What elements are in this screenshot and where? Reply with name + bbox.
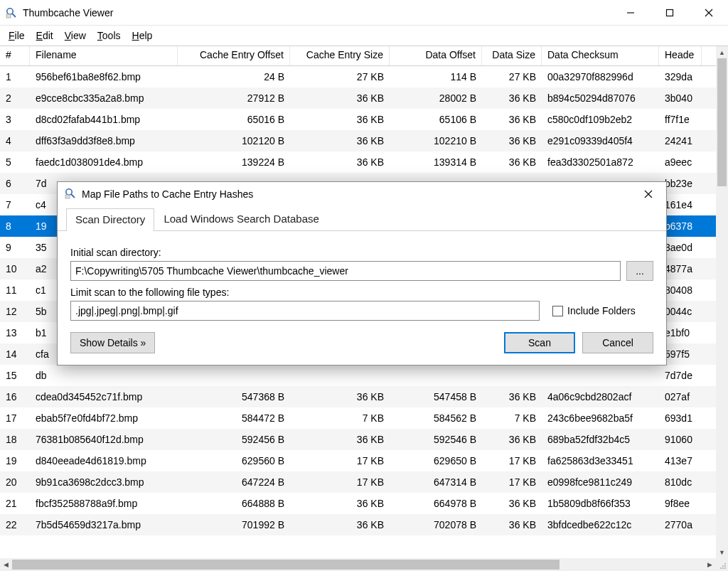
- cell-cache_entry_size: 36 KB: [290, 388, 390, 405]
- cell-header_checksum: 329da: [659, 68, 702, 85]
- table-row[interactable]: 15db7d7de: [0, 365, 728, 386]
- table-row[interactable]: 1876381b085640f12d.bmp592456 B36 KB59254…: [0, 429, 728, 450]
- cell-data_offset: 592546 B: [390, 431, 482, 448]
- include-folders-checkbox[interactable]: Include Folders: [552, 305, 636, 316]
- scroll-down-icon[interactable]: ▼: [716, 546, 728, 558]
- column-header-cache_entry_size[interactable]: Cache Entry Size: [290, 46, 390, 65]
- cell-data_size: 36 KB: [482, 132, 542, 149]
- scroll-up-icon[interactable]: ▲: [716, 46, 728, 58]
- cell-header_checksum: 810dc: [659, 474, 702, 491]
- menu-edit[interactable]: Edit: [31, 28, 59, 43]
- svg-point-13: [66, 188, 72, 194]
- table-row[interactable]: 209b91ca3698c2dcc3.bmp647224 B17 KB64731…: [0, 471, 728, 493]
- checkbox-box-icon[interactable]: [552, 306, 563, 316]
- table-row[interactable]: 1956bef61ba8e8f62.bmp24 B27 KB114 B27 KB…: [0, 66, 728, 87]
- cell-num: 17: [0, 410, 30, 427]
- cell-num: 5: [0, 154, 30, 171]
- cell-header_checksum: 91060: [659, 431, 702, 448]
- cell-cache_entry_size: 36 KB: [290, 111, 390, 128]
- table-row[interactable]: 4dff63f3a9dd3f8e8.bmp102120 B36 KB102210…: [0, 130, 728, 151]
- column-header-header_checksum[interactable]: Heade: [659, 46, 702, 65]
- menu-file[interactable]: File: [3, 28, 31, 43]
- table-row[interactable]: 17ebab5f7e0fd4bf72.bmp584472 B7 KB584562…: [0, 407, 728, 429]
- file-types-input[interactable]: [70, 301, 540, 321]
- minimize-button[interactable]: [611, 0, 650, 25]
- dialog-close-button[interactable]: [633, 184, 663, 204]
- cell-num: 14: [0, 346, 30, 363]
- cell-header_checksum: 027af: [659, 388, 702, 405]
- maximize-button[interactable]: [650, 0, 689, 25]
- tab-load-search-db[interactable]: Load Windows Search Database: [154, 208, 328, 230]
- cell-filename: 956bef61ba8e8f62.bmp: [30, 68, 178, 85]
- cell-filename: db: [30, 367, 178, 384]
- resize-grip[interactable]: [716, 558, 728, 571]
- cell-cache_entry_offset: 24 B: [178, 68, 290, 85]
- cell-cache_entry_size: 36 KB: [290, 495, 390, 512]
- cell-num: 1: [0, 68, 30, 85]
- menu-tools[interactable]: Tools: [92, 28, 127, 43]
- svg-point-8: [722, 565, 724, 567]
- scroll-left-icon[interactable]: ◀: [0, 558, 12, 571]
- cell-num: 22: [0, 516, 30, 533]
- browse-button[interactable]: ...: [626, 261, 653, 281]
- table-row[interactable]: 3d8cd02fafab441b1.bmp65016 B36 KB65106 B…: [0, 109, 728, 130]
- cell-cache_entry_size: 17 KB: [290, 474, 390, 491]
- cell-data_offset: 102210 B: [390, 132, 482, 149]
- vertical-scrollbar[interactable]: ▲ ▼: [716, 46, 728, 558]
- column-header-data_checksum[interactable]: Data Checksum: [542, 46, 659, 65]
- cell-num: 11: [0, 282, 30, 299]
- window-title: Thumbcache Viewer: [23, 7, 611, 18]
- tab-scan-directory[interactable]: Scan Directory: [66, 208, 154, 231]
- table-row[interactable]: 16cdea0d345452c71f.bmp547368 B36 KB54745…: [0, 386, 728, 407]
- table-row[interactable]: 5faedc1d038091de4.bmp139224 B36 KB139314…: [0, 151, 728, 173]
- cell-data_checksum: e0998fce9811c249: [542, 474, 659, 491]
- cell-data_checksum: b894c50294d87076: [542, 90, 659, 107]
- menu-view[interactable]: View: [59, 28, 92, 43]
- dialog-tabs: Scan Directory Load Windows Search Datab…: [58, 208, 666, 231]
- cell-cache_entry_offset: 65016 B: [178, 111, 290, 128]
- table-row[interactable]: 19d840eeade4d61819.bmp629560 B17 KB62965…: [0, 450, 728, 471]
- horizontal-scroll-thumb[interactable]: [12, 560, 560, 570]
- column-header-data_size[interactable]: Data Size: [482, 46, 542, 65]
- cell-num: 7: [0, 196, 30, 213]
- svg-point-7: [724, 563, 726, 565]
- vertical-scroll-thumb[interactable]: [717, 58, 727, 186]
- cell-header_checksum: 9f8ee: [659, 495, 702, 512]
- table-row[interactable]: 21fbcf352588788a9f.bmp664888 B36 KB66497…: [0, 493, 728, 514]
- show-details-button[interactable]: Show Details »: [70, 332, 155, 353]
- horizontal-scrollbar[interactable]: ◀ ▶: [0, 558, 716, 571]
- column-header-num[interactable]: #: [0, 46, 30, 65]
- titlebar: Thumbcache Viewer: [0, 0, 728, 26]
- column-header-data_offset[interactable]: Data Offset: [390, 46, 482, 65]
- cancel-button[interactable]: Cancel: [582, 332, 653, 353]
- cell-num: 15: [0, 367, 30, 384]
- close-button[interactable]: [689, 0, 728, 25]
- column-header-cache_entry_offset[interactable]: Cache Entry Offset: [178, 46, 290, 65]
- column-header-filename[interactable]: Filename: [30, 46, 178, 65]
- scroll-right-icon[interactable]: ▶: [704, 558, 716, 571]
- table-row[interactable]: 2e9cce8cbc335a2a8.bmp27912 B36 KB28002 B…: [0, 87, 728, 109]
- cell-cache_entry_size: 17 KB: [290, 452, 390, 469]
- svg-point-12: [724, 567, 726, 569]
- scan-directory-input[interactable]: [70, 261, 621, 281]
- table-header: #FilenameCache Entry OffsetCache Entry S…: [0, 46, 728, 66]
- cell-cache_entry_offset: 102120 B: [178, 132, 290, 149]
- cell-num: 13: [0, 324, 30, 341]
- cell-num: 18: [0, 431, 30, 448]
- scan-directory-label: Initial scan directory:: [70, 247, 653, 258]
- cell-filename: 7b5d54659d3217a.bmp: [30, 516, 178, 533]
- cell-filename: ebab5f7e0fd4bf72.bmp: [30, 410, 178, 427]
- cell-data_size: 36 KB: [482, 495, 542, 512]
- menu-help[interactable]: Help: [127, 28, 159, 43]
- cell-data_checksum: 00a32970f882996d: [542, 68, 659, 85]
- cell-cache_entry_size: 36 KB: [290, 154, 390, 171]
- app-icon: [6, 7, 17, 18]
- menubar: File Edit View Tools Help: [0, 26, 728, 46]
- scan-button[interactable]: Scan: [504, 332, 575, 353]
- cell-data_offset: 28002 B: [390, 90, 482, 107]
- dialog-titlebar: Map File Paths to Cache Entry Hashes: [58, 182, 666, 206]
- cell-data_offset: 65106 B: [390, 111, 482, 128]
- table-row[interactable]: 227b5d54659d3217a.bmp701992 B36 KB702078…: [0, 514, 728, 535]
- svg-rect-4: [666, 9, 673, 16]
- cell-data_checksum: 689ba52fdf32b4c5: [542, 431, 659, 448]
